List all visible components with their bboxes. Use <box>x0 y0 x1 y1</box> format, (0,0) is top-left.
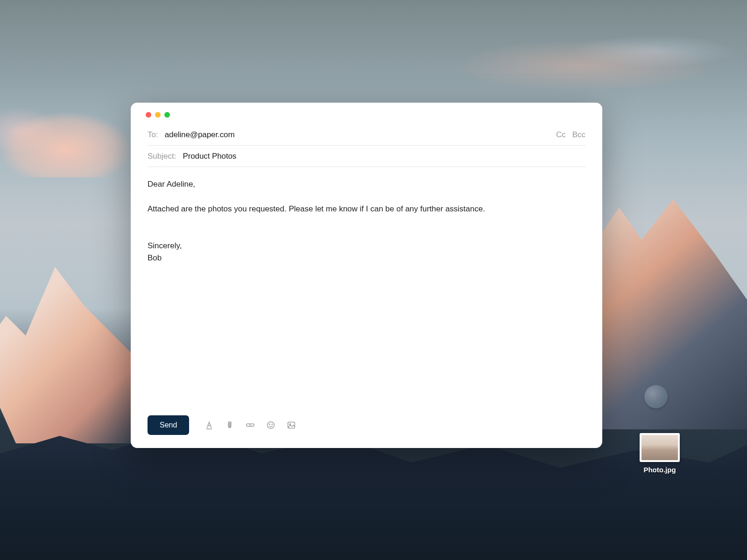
subject-value[interactable]: Product Photos <box>183 152 585 161</box>
cc-toggle[interactable]: Cc <box>556 130 566 140</box>
to-field-row[interactable]: To: adeline@paper.com Cc Bcc <box>148 124 585 146</box>
message-body[interactable]: Dear Adeline, Attached are the photos yo… <box>148 167 585 414</box>
maximize-window-button[interactable] <box>164 112 170 118</box>
window-controls <box>146 112 585 118</box>
to-value[interactable]: adeline@paper.com <box>165 130 550 140</box>
to-label: To: <box>148 130 158 140</box>
svg-point-4 <box>269 424 270 424</box>
subject-field-row[interactable]: Subject: Product Photos <box>148 146 585 167</box>
close-window-button[interactable] <box>146 112 151 118</box>
svg-point-3 <box>268 422 275 429</box>
subject-label: Subject: <box>148 152 176 161</box>
attachment-icon[interactable] <box>225 420 235 430</box>
compose-toolbar: Send <box>148 414 585 436</box>
file-name-label: Photo.jpg <box>643 466 676 474</box>
image-icon[interactable] <box>286 420 296 430</box>
minimize-window-button[interactable] <box>155 112 161 118</box>
file-thumbnail <box>640 433 680 462</box>
bcc-toggle[interactable]: Bcc <box>572 130 585 140</box>
svg-point-7 <box>289 424 290 425</box>
text-format-icon[interactable] <box>204 420 214 430</box>
compose-window: To: adeline@paper.com Cc Bcc Subject: Pr… <box>131 103 602 448</box>
send-button[interactable]: Send <box>148 415 189 435</box>
wallpaper-cloud <box>0 84 131 177</box>
svg-point-5 <box>272 424 272 424</box>
wallpaper-cloud <box>420 28 747 98</box>
cursor-indicator <box>644 385 668 408</box>
desktop-file-photo[interactable]: Photo.jpg <box>640 433 680 474</box>
emoji-icon[interactable] <box>266 420 276 430</box>
link-icon[interactable] <box>245 420 255 430</box>
